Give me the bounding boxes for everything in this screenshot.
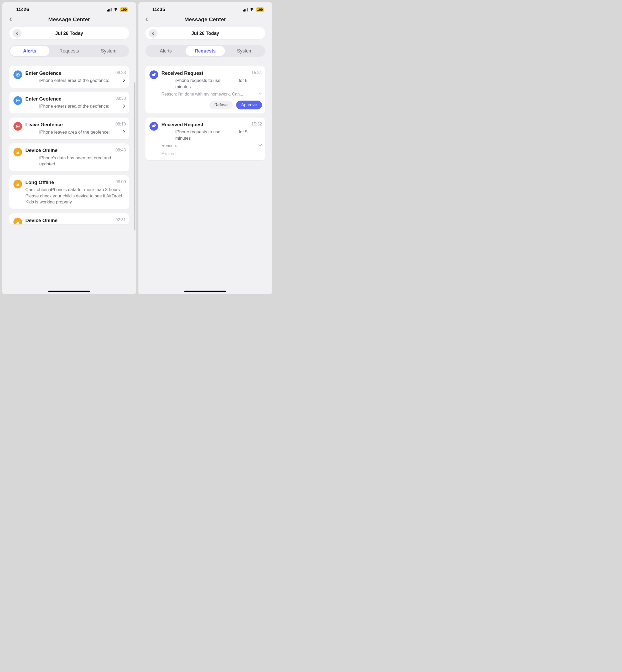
- tab-system[interactable]: System: [225, 46, 265, 56]
- date-label: Jul 26 Today: [13, 31, 126, 36]
- battery-indicator: 100: [120, 7, 128, 12]
- request-time: 15:34: [251, 70, 262, 75]
- alert-time: 02:31: [115, 218, 126, 223]
- alert-card[interactable]: Device Online 08:43 iPhone's data has be…: [9, 143, 129, 171]
- tab-alerts[interactable]: Alerts: [10, 46, 49, 56]
- request-icon: [149, 122, 158, 130]
- date-selector: Jul 26 Today: [9, 27, 129, 39]
- cellular-signal-icon: [107, 8, 112, 11]
- wifi-icon: [113, 8, 118, 12]
- alert-time: 08:43: [115, 148, 126, 152]
- device-status-icon: [13, 180, 22, 188]
- tab-requests[interactable]: Requests: [49, 46, 89, 56]
- date-label: Jul 26 Today: [149, 31, 262, 36]
- refuse-button[interactable]: Refuse: [209, 101, 233, 109]
- alert-title: Enter Geofence: [26, 96, 113, 102]
- status-bar: 15:26 100: [2, 2, 136, 15]
- alert-time: 08:38: [115, 96, 126, 101]
- tab-requests[interactable]: Requests: [185, 46, 225, 56]
- alert-time: 08:10: [115, 122, 126, 127]
- home-indicator[interactable]: [184, 291, 226, 292]
- phone-screen-requests: 15:35 100 Message Center Jul 26 Today Al…: [138, 2, 272, 294]
- page-title: Message Center: [8, 16, 130, 23]
- alert-card[interactable]: Enter Geofence 08:38 iPhone enters area …: [9, 92, 129, 114]
- alert-description: iPhone enters area of the geofence:: [26, 103, 122, 109]
- chevron-right-icon: [123, 130, 126, 134]
- status-time: 15:26: [16, 7, 29, 12]
- tab-alerts[interactable]: Alerts: [146, 46, 185, 56]
- request-expired-label: Expired: [162, 151, 262, 156]
- segment-tabs: Alerts Requests System: [145, 45, 265, 57]
- status-indicators: 100: [107, 7, 128, 12]
- expand-reason-icon[interactable]: [258, 92, 262, 96]
- status-bar: 15:35 100: [138, 2, 272, 15]
- request-reason: Reason:: [162, 143, 256, 148]
- request-icon: [149, 70, 158, 79]
- request-description: iPhone requests to use for 5 minutes: [162, 77, 262, 90]
- tab-system[interactable]: System: [89, 46, 129, 56]
- alert-title: Device Online: [26, 148, 113, 153]
- alerts-list: Enter Geofence 08:38 iPhone enters area …: [9, 66, 129, 224]
- alert-title: Leave Geofence: [26, 122, 113, 127]
- alert-description: iPhone leaves area of the geofence:: [26, 129, 122, 135]
- home-indicator[interactable]: [48, 291, 90, 292]
- request-card[interactable]: Received Request 15:32 iPhone requests t…: [145, 118, 265, 160]
- status-time: 15:35: [152, 7, 166, 12]
- geofence-enter-icon: [13, 70, 22, 79]
- request-title: Received Request: [162, 122, 249, 127]
- request-card[interactable]: Received Request 15:34 iPhone requests t…: [145, 66, 265, 113]
- expand-reason-icon[interactable]: [258, 144, 262, 148]
- page-header: Message Center: [2, 15, 136, 27]
- battery-indicator: 100: [256, 7, 264, 12]
- alert-card[interactable]: Leave Geofence 08:10 iPhone leaves area …: [9, 118, 129, 139]
- requests-list: Received Request 15:34 iPhone requests t…: [145, 66, 265, 160]
- device-status-icon: [13, 148, 22, 156]
- alert-description: iPhone's data has been restored and upda…: [26, 155, 126, 167]
- alert-card[interactable]: Long Offline 08:00 Can't obtain iPhone's…: [9, 175, 129, 210]
- request-reason: Reason: I'm done with my homework. Can..…: [162, 91, 256, 97]
- alert-title: Long Offline: [26, 180, 113, 185]
- scrollbar[interactable]: [134, 82, 135, 230]
- alert-description: Can't obtain iPhone's data for more than…: [26, 187, 126, 205]
- segment-tabs: Alerts Requests System: [9, 45, 129, 57]
- alert-title: Enter Geofence: [26, 70, 113, 76]
- request-description: iPhone requests to use for 5 minutes: [162, 129, 262, 141]
- request-time: 15:32: [251, 122, 262, 127]
- date-selector: Jul 26 Today: [145, 27, 265, 39]
- page-title: Message Center: [144, 16, 266, 23]
- alert-card[interactable]: Enter Geofence 08:38 iPhone enters area …: [9, 66, 129, 88]
- phone-screen-alerts: 15:26 100 Message Center Jul 26 Today Al…: [2, 2, 136, 294]
- alert-time: 08:00: [115, 180, 126, 185]
- chevron-right-icon: [123, 104, 126, 108]
- page-header: Message Center: [138, 15, 272, 27]
- alert-description: iPhone enters area of the geofence:: [26, 77, 122, 83]
- geofence-leave-icon: [13, 122, 22, 131]
- geofence-enter-icon: [13, 96, 22, 105]
- wifi-icon: [249, 8, 254, 12]
- device-status-icon: [13, 218, 22, 224]
- request-actions: Refuse Approve: [162, 101, 262, 109]
- status-indicators: 100: [243, 7, 264, 12]
- alert-card[interactable]: Device Online 02:31: [9, 214, 129, 224]
- cellular-signal-icon: [243, 8, 248, 11]
- chevron-right-icon: [123, 78, 126, 82]
- alert-title: Device Online: [26, 218, 113, 223]
- alert-time: 08:38: [115, 70, 126, 75]
- approve-button[interactable]: Approve: [236, 101, 262, 109]
- request-title: Received Request: [162, 70, 249, 76]
